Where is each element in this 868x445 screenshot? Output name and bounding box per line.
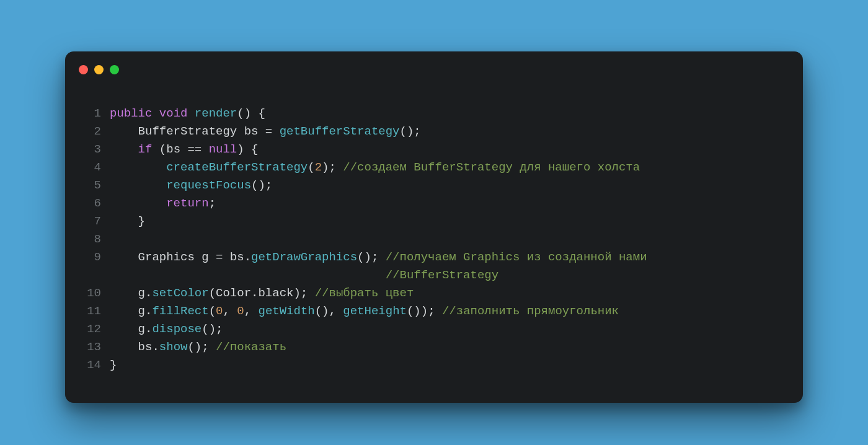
code-line: 6 return; [82, 195, 786, 213]
line-number: 11 [82, 302, 101, 320]
token-num: 0 [237, 304, 244, 318]
token-fn: setColor [152, 286, 208, 300]
line-number: 3 [82, 141, 101, 159]
code-line: 4 createBufferStrategy(2); //создаем Buf… [82, 159, 786, 177]
code-content: bs.show(); //показать [110, 338, 286, 356]
token-com: //выбрать цвет [315, 286, 414, 300]
code-line: 10 g.setColor(Color.black); //выбрать цв… [82, 284, 786, 302]
token-plain: BufferStrategy bs = [110, 125, 280, 138]
code-content: createBufferStrategy(2); //создаем Buffe… [110, 159, 640, 177]
line-number: 12 [82, 320, 101, 338]
token-plain: Graphics g = bs. [110, 250, 251, 264]
code-line: 1public void render() { [82, 105, 786, 123]
token-com: //показать [216, 340, 286, 354]
code-window: 1public void render() {2 BufferStrategy … [65, 51, 803, 403]
code-content: } [110, 356, 117, 374]
line-number: 14 [82, 356, 101, 374]
code-line: 2 BufferStrategy bs = getBufferStrategy(… [82, 123, 786, 141]
code-content: BufferStrategy bs = getBufferStrategy(); [110, 123, 421, 141]
code-line: 14} [82, 356, 786, 374]
token-plain: (); [202, 322, 223, 336]
token-fn: createBufferStrategy [166, 161, 308, 174]
token-plain: () { [237, 107, 265, 120]
token-com: //BufferStrategy [386, 268, 498, 282]
token-com: //создаем BufferStrategy для нашего холс… [343, 161, 640, 174]
token-plain: (); [187, 340, 216, 354]
token-kw: void [159, 107, 188, 120]
line-number: 13 [82, 338, 101, 356]
token-plain: ) { [237, 143, 258, 156]
code-content: g.dispose(); [110, 320, 223, 338]
token-plain [187, 107, 194, 120]
token-plain [110, 268, 386, 282]
line-number: 9 [82, 249, 101, 267]
line-number: 8 [82, 231, 101, 249]
code-line: //BufferStrategy [82, 267, 786, 284]
token-plain: (bs == [152, 143, 208, 156]
line-number: 7 [82, 213, 101, 231]
token-plain: (); [251, 178, 272, 192]
line-number: 4 [82, 159, 101, 177]
token-plain [110, 196, 166, 210]
token-plain: , [244, 304, 259, 318]
code-line: 9 Graphics g = bs.getDrawGraphics(); //п… [82, 249, 786, 267]
code-content: } [110, 213, 145, 231]
token-plain: g. [110, 286, 152, 300]
token-kw: return [166, 196, 208, 210]
token-fn: getHeight [343, 304, 407, 318]
code-line: 12 g.dispose(); [82, 320, 786, 338]
code-block: 1public void render() {2 BufferStrategy … [82, 105, 786, 374]
token-plain: (); [400, 125, 421, 138]
token-fn: getBufferStrategy [280, 125, 400, 138]
token-plain: } [110, 214, 145, 228]
token-fn: render [195, 107, 237, 120]
token-plain: } [110, 358, 117, 372]
token-com: //получаем Graphics из созданной нами [386, 250, 647, 264]
token-plain [110, 143, 138, 156]
token-kw: if [138, 143, 153, 156]
code-line: 3 if (bs == null) { [82, 141, 786, 159]
token-plain: ( [308, 161, 314, 174]
token-plain: ()); [407, 304, 442, 318]
code-content: if (bs == null) { [110, 141, 258, 159]
code-content: g.fillRect(0, 0, getWidth(), getHeight()… [110, 302, 619, 320]
zoom-icon[interactable] [110, 65, 119, 74]
token-plain: ; [209, 196, 216, 210]
code-content: requestFocus(); [110, 177, 272, 195]
token-plain: bs. [110, 340, 159, 354]
token-plain: g. [110, 322, 152, 336]
token-num: 2 [315, 161, 322, 174]
token-plain: (); [357, 250, 386, 264]
token-com: //заполнить прямоугольник [442, 304, 619, 318]
token-plain [110, 178, 166, 192]
token-fn: dispose [152, 322, 202, 336]
code-content: //BufferStrategy [110, 267, 498, 284]
window-traffic-lights [79, 65, 119, 74]
token-fn: requestFocus [166, 178, 251, 192]
token-plain: (Color.black); [209, 286, 315, 300]
token-fn: show [159, 340, 188, 354]
token-plain [110, 161, 166, 174]
line-number: 5 [82, 177, 101, 195]
code-line: 5 requestFocus(); [82, 177, 786, 195]
code-content: g.setColor(Color.black); //выбрать цвет [110, 284, 414, 302]
token-fn: fillRect [152, 304, 208, 318]
code-line: 11 g.fillRect(0, 0, getWidth(), getHeigh… [82, 302, 786, 320]
token-num: 0 [216, 304, 223, 318]
code-content: return; [110, 195, 216, 213]
close-icon[interactable] [79, 65, 88, 74]
minimize-icon[interactable] [94, 65, 104, 74]
token-fn: getDrawGraphics [251, 250, 357, 264]
line-number: 2 [82, 123, 101, 141]
code-line: 7 } [82, 213, 786, 231]
code-line: 8 [82, 231, 786, 249]
token-plain: ); [322, 161, 343, 174]
token-kw: public [110, 107, 152, 120]
token-plain [152, 107, 159, 120]
line-number: 10 [82, 284, 101, 302]
code-content: Graphics g = bs.getDrawGraphics(); //пол… [110, 249, 647, 267]
token-plain: ( [209, 304, 216, 318]
line-number: 1 [82, 105, 101, 123]
token-plain: g. [110, 304, 152, 318]
token-plain: (), [315, 304, 343, 318]
